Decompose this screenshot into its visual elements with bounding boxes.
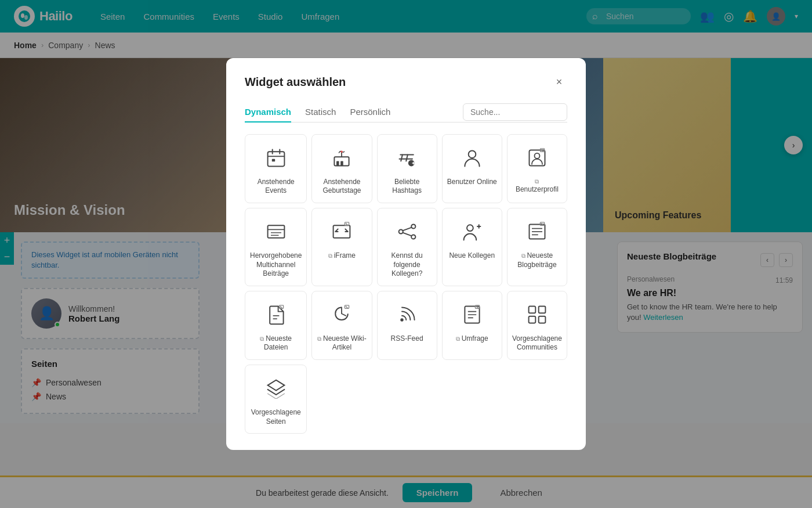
svg-rect-7 — [272, 159, 275, 162]
widget-umfrage[interactable]: ⧉ Umfrage — [442, 291, 502, 360]
modal-tabs: Dynamisch Statisch Persönlich — [245, 102, 567, 123]
widget-label-neueste-blog: ⧉ Neueste Blogbeiträge — [512, 251, 562, 269]
widget-rss-feed[interactable]: RSS-Feed — [377, 291, 437, 360]
widget-label-wiki: ⧉ Neueste Wiki-Artikel — [317, 334, 367, 352]
widget-neueste-blogbeitraege[interactable]: ⧉ Neueste Blogbeiträge — [507, 208, 567, 286]
multichannel-icon — [262, 218, 290, 246]
layers-icon — [262, 374, 290, 402]
widget-label-rss: RSS-Feed — [391, 334, 423, 344]
widget-label-geburtstage: Anstehende Geburtstage — [317, 178, 367, 196]
wiki-icon — [328, 301, 356, 329]
calendar-icon — [262, 144, 290, 172]
widget-label-hashtags: Beliebte Hashtags — [382, 178, 432, 196]
hashtag-icon — [393, 144, 421, 172]
svg-rect-46 — [529, 306, 536, 313]
svg-rect-9 — [336, 161, 339, 165]
modal-overlay: Widget auswählen × Dynamisch Statisch Pe… — [0, 0, 812, 423]
widget-beliebte-hashtags[interactable]: Beliebte Hashtags — [377, 134, 437, 203]
widget-grid: Anstehende Events Anstehende Geburtstage — [245, 134, 567, 424]
svg-point-40 — [400, 318, 403, 321]
external-icon-benutzerprofil: ⧉ — [535, 178, 539, 185]
widget-neueste-dateien[interactable]: ⧉ Neueste Dateien — [245, 291, 307, 360]
modal-header: Widget auswählen × — [245, 74, 567, 91]
svg-rect-48 — [529, 316, 536, 323]
survey-icon — [458, 301, 486, 329]
grid-icon — [523, 301, 551, 329]
iframe-icon — [328, 218, 356, 246]
widget-neue-kollegen[interactable]: Neue Kollegen — [442, 208, 502, 286]
widget-label-seiten: Vorgeschlagene Seiten — [250, 408, 302, 423]
widget-label-umfrage: ⧉ Umfrage — [456, 334, 488, 344]
svg-rect-49 — [539, 316, 546, 323]
widget-label-kennst-du: Kennst du folgende Kollegen? — [382, 251, 432, 279]
svg-point-28 — [467, 225, 473, 231]
svg-point-23 — [411, 224, 415, 228]
widget-iframe[interactable]: ⧉ iFrame — [311, 208, 372, 286]
tab-dynamisch[interactable]: Dynamisch — [245, 102, 291, 123]
modal-close-button[interactable]: × — [551, 74, 567, 91]
widget-label-anstehende-events: Anstehende Events — [250, 178, 302, 196]
widget-anstehende-events[interactable]: Anstehende Events — [245, 134, 307, 203]
svg-rect-10 — [341, 161, 344, 165]
svg-point-25 — [411, 235, 415, 239]
widget-benutzer-online[interactable]: Benutzer Online — [442, 134, 502, 203]
cake-icon — [328, 144, 356, 172]
add-person-icon — [458, 218, 486, 246]
svg-line-27 — [403, 233, 411, 236]
tab-persoenlich[interactable]: Persönlich — [350, 102, 390, 123]
widget-label-iframe: ⧉ iFrame — [328, 251, 356, 261]
widget-label-neueste-dateien: ⧉ Neueste Dateien — [250, 334, 302, 352]
widget-benutzerprofil[interactable]: ⧉ Benutzerprofil — [507, 134, 567, 203]
svg-line-26 — [403, 228, 411, 230]
tab-statisch[interactable]: Statisch — [305, 102, 336, 123]
svg-point-24 — [398, 229, 403, 233]
widget-anstehende-geburtstage[interactable]: Anstehende Geburtstage — [311, 134, 372, 203]
widget-label-benutzerprofil: ⧉ Benutzerprofil — [516, 178, 559, 194]
widget-label-neue-kollegen: Neue Kollegen — [449, 251, 495, 261]
rss-icon — [393, 301, 421, 329]
widget-hervorgehobene-multichannel[interactable]: Hervorgehobene Multichannel Beiträge — [245, 208, 307, 286]
widget-vorgeschlagene-seiten[interactable]: Vorgeschlagene Seiten — [245, 365, 307, 423]
widget-label-multichannel: Hervorgehobene Multichannel Beiträge — [250, 251, 302, 279]
svg-rect-47 — [539, 306, 546, 313]
svg-marker-50 — [267, 380, 284, 391]
blog-icon — [523, 218, 551, 246]
widget-vorgeschlagene-communities[interactable]: Vorgeschlagene Communities — [507, 291, 567, 360]
svg-rect-3 — [267, 152, 284, 166]
widget-neueste-wiki[interactable]: ⧉ Neueste Wiki-Artikel — [311, 291, 372, 360]
profile-icon — [523, 144, 551, 172]
widget-selection-modal: Widget auswählen × Dynamisch Statisch Pe… — [226, 58, 586, 424]
person-icon — [458, 144, 486, 172]
share-icon — [393, 218, 421, 246]
svg-rect-17 — [267, 225, 284, 238]
modal-title: Widget auswählen — [245, 75, 346, 89]
svg-point-13 — [468, 150, 476, 158]
widget-kennst-du-folgende[interactable]: Kennst du folgende Kollegen? — [377, 208, 437, 286]
file-icon — [262, 301, 290, 329]
widget-label-communities: Vorgeschlagene Communities — [512, 334, 562, 352]
widget-label-benutzer-online: Benutzer Online — [447, 178, 497, 187]
svg-point-15 — [534, 153, 539, 158]
svg-point-12 — [341, 150, 343, 153]
widget-search-input[interactable] — [463, 103, 567, 121]
